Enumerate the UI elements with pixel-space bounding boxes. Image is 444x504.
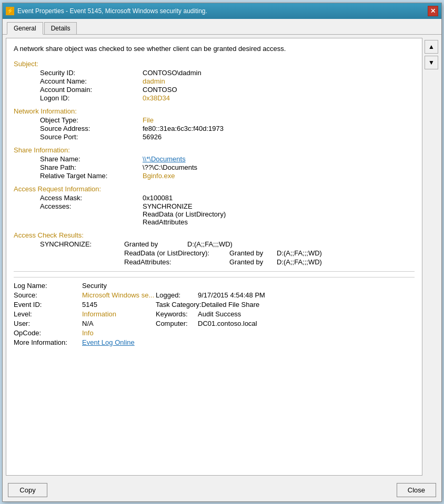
- field-object-type: Object Type: File: [14, 116, 415, 124]
- access-header: Access Request Information:: [14, 185, 415, 193]
- subject-header: Subject:: [14, 60, 415, 68]
- scroll-up-button[interactable]: ▲: [425, 40, 438, 54]
- access-check-header: Access Check Results:: [14, 231, 415, 239]
- title-bar: ⚡ Event Properties - Event 5145, Microso…: [3, 3, 441, 19]
- arc-row-readattributes: ReadAttributes: Granted by D:(A;;FA;;;WD…: [40, 258, 415, 266]
- copy-button[interactable]: Copy: [8, 483, 47, 497]
- meta-row-level: Level: Information Keywords: Audit Succe…: [14, 310, 415, 318]
- field-account-domain: Account Domain: CONTOSO: [14, 86, 415, 94]
- window-title: Event Properties - Event 5145, Microsoft…: [17, 7, 207, 15]
- access-check-results: SYNCHRONIZE: Granted by D:(A;;FA;;;WD) R…: [14, 240, 415, 266]
- tab-bar: General Details: [3, 19, 441, 35]
- title-bar-left: ⚡ Event Properties - Event 5145, Microso…: [6, 7, 207, 15]
- field-security-id: Security ID: CONTOSO\dadmin: [14, 69, 415, 77]
- meta-row-eventid: Event ID: 5145 Task Category: Detailed F…: [14, 301, 415, 308]
- meta-row-moreinfo: More Information: Event Log Online: [14, 338, 415, 346]
- main-window: ⚡ Event Properties - Event 5145, Microso…: [2, 3, 442, 502]
- field-share-path: Share Path: \??\C:\Documents: [14, 163, 415, 171]
- tab-details[interactable]: Details: [44, 22, 77, 34]
- window-icon: ⚡: [6, 7, 14, 15]
- event-log-online-link[interactable]: Event Log Online: [82, 338, 135, 346]
- meta-row-opcode: OpCode: Info: [14, 329, 415, 337]
- close-button[interactable]: Close: [397, 483, 436, 497]
- network-header: Network Information:: [14, 107, 415, 115]
- field-logon-id: Logon ID: 0x38D34: [14, 94, 415, 102]
- field-relative-target: Relative Target Name: Bginfo.exe: [14, 172, 415, 180]
- arc-row-synchronize: SYNCHRONIZE: Granted by D:(A;;FA;;;WD): [40, 240, 415, 248]
- main-panel: A network share object was checked to se…: [6, 38, 422, 476]
- field-source-port: Source Port: 56926: [14, 133, 415, 141]
- meta-row-source: Source: Microsoft Windows se... Logged: …: [14, 291, 415, 299]
- scroll-buttons: ▲ ▼: [425, 38, 438, 476]
- field-account-name: Account Name: dadmin: [14, 77, 415, 85]
- window-close-button[interactable]: ✕: [428, 6, 438, 16]
- field-source-address: Source Address: fe80::31ea:6c3c:f40d:197…: [14, 125, 415, 132]
- share-header: Share Information:: [14, 146, 415, 154]
- field-accesses: Accesses: SYNCHRONIZE ReadData (or ListD…: [14, 202, 415, 226]
- tab-general[interactable]: General: [7, 22, 43, 35]
- arc-row-readdata: ReadData (or ListDirectory): Granted by …: [40, 249, 415, 257]
- field-share-name: Share Name: \\*\Documents: [14, 155, 415, 163]
- meta-row-logname: Log Name: Security: [14, 282, 415, 290]
- field-access-mask: Access Mask: 0x100081: [14, 194, 415, 202]
- scroll-down-button[interactable]: ▼: [425, 56, 438, 69]
- footer: Copy Close: [3, 479, 441, 501]
- accesses-value: SYNCHRONIZE ReadData (or ListDirectory) …: [143, 202, 415, 226]
- content-area: A network share object was checked to se…: [3, 35, 441, 479]
- bottom-info: Log Name: Security Source: Microsoft Win…: [14, 277, 415, 346]
- divider: [14, 271, 415, 272]
- meta-row-user: User: N/A Computer: DC01.contoso.local: [14, 320, 415, 327]
- event-description: A network share object was checked to se…: [14, 44, 415, 54]
